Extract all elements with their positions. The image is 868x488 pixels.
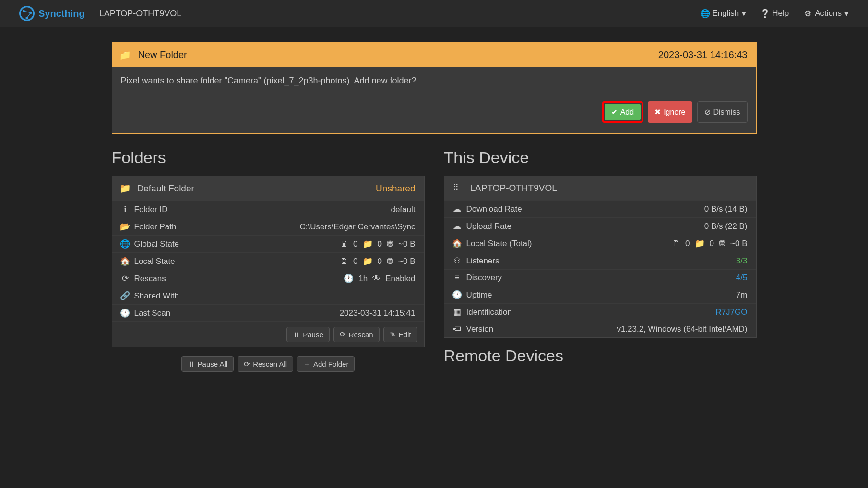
files: 0 (353, 239, 357, 249)
home-icon: 🏠 (453, 238, 462, 249)
brand[interactable]: Syncthing (19, 6, 85, 21)
help-icon: ❔ (761, 9, 769, 19)
actions-menu[interactable]: ⚙ Actions ▾ (803, 9, 849, 19)
device-icon (453, 184, 463, 192)
row-discovery: ≡Discovery 4/5 (444, 269, 756, 286)
row-version: 🏷Version v1.23.2, Windows (64-bit Intel/… (444, 321, 756, 337)
notification-message: Pixel wants to share folder "Camera" (pi… (112, 67, 756, 95)
row-listeners: ⚇Listeners 3/3 (444, 252, 756, 269)
label: Local State (134, 257, 175, 266)
interval: 1h (358, 274, 368, 284)
folder-global-buttons: ⏸Pause All ⟳Rescan All ＋Add Folder (112, 356, 425, 372)
edit-button[interactable]: ✎Edit (383, 327, 417, 342)
label: Folder Path (134, 222, 177, 232)
refresh-icon: ⟳ (244, 360, 250, 369)
label: Download Rate (466, 204, 522, 214)
refresh-icon: ⟳ (121, 274, 130, 284)
gear-icon: ⚙ (803, 9, 812, 19)
label: Pause All (198, 360, 228, 368)
device-name: LAPTOP-OTHT9VOL (470, 183, 557, 193)
folder-status: Unshared (376, 183, 415, 194)
row-rescans: ⟳Rescans 🕐1h 👁Enabled (112, 270, 424, 287)
value: 0 B/s (14 B) (704, 204, 748, 214)
folder-icon: 📁 (363, 239, 373, 249)
dismiss-label: Dismiss (713, 108, 740, 117)
clock-icon: 🕐 (453, 290, 462, 300)
row-last-scan: 🕐Last Scan 2023-03-31 14:15:41 (112, 304, 424, 321)
label: Pause (303, 331, 323, 339)
row-local-state-total: 🏠Local State (Total) 🗎0 📁0 ⛃~0 B (444, 235, 756, 252)
files: 0 (685, 239, 690, 249)
share-icon: 🔗 (121, 291, 130, 301)
add-label: Add (620, 108, 634, 117)
rescan-all-button[interactable]: ⟳Rescan All (238, 356, 293, 372)
label: Identification (466, 308, 512, 317)
tag-icon: 🏷 (453, 324, 462, 334)
folder-open-icon: 📂 (121, 222, 130, 232)
caret-down-icon: ▾ (742, 9, 746, 19)
label: Discovery (466, 273, 502, 283)
refresh-icon: ⟳ (340, 330, 346, 339)
share-folder-notification: 📁 New Folder 2023-03-31 14:16:43 Pixel w… (112, 42, 757, 134)
info-icon: ℹ (121, 204, 130, 214)
dismiss-button[interactable]: ⊘ Dismiss (697, 101, 748, 123)
value: 7m (736, 290, 748, 300)
home-icon: 🏠 (121, 256, 130, 266)
pause-all-button[interactable]: ⏸Pause All (181, 356, 234, 372)
ignore-button[interactable]: ✖ Ignore (648, 101, 692, 123)
navbar-right: 🌐 English ▾ ❔ Help ⚙ Actions ▾ (701, 9, 849, 19)
language-menu[interactable]: 🌐 English ▾ (701, 9, 747, 19)
label: Last Scan (134, 309, 171, 318)
cloud-download-icon: ☁ (453, 204, 462, 214)
actions-label: Actions (815, 9, 842, 18)
value[interactable]: R7J7GO (715, 308, 747, 317)
this-device-title: This Device (444, 148, 757, 167)
check-icon: ✔ (611, 107, 618, 117)
help-label: Help (772, 9, 789, 18)
add-button[interactable]: ✔ Add (605, 104, 641, 120)
help-link[interactable]: ❔ Help (761, 9, 789, 19)
plus-icon: ＋ (303, 359, 310, 369)
globe-icon: 🌐 (121, 239, 130, 249)
row-global-state: 🌐Global State 🗎0 📁0 ⛃~0 B (112, 235, 424, 252)
file-icon: 🗎 (340, 239, 348, 249)
ignore-label: Ignore (664, 108, 685, 117)
value: v1.23.2, Windows (64-bit Intel/AMD) (617, 324, 747, 334)
pause-icon: ⏸ (188, 360, 195, 368)
navbar-device-name: LAPTOP-OTHT9VOL (99, 9, 182, 19)
device-panel: LAPTOP-OTHT9VOL ☁Download Rate 0 B/s (14… (444, 176, 757, 338)
row-uptime: 🕐Uptime 7m (444, 286, 756, 303)
caret-down-icon: ▾ (844, 9, 849, 19)
value[interactable]: 4/5 (736, 273, 748, 283)
folder-icon: 📁 (695, 238, 705, 249)
size: ~0 B (398, 239, 415, 249)
value: 3/3 (736, 256, 748, 266)
label: Local State (Total) (466, 239, 532, 249)
row-folder-path: 📂Folder Path C:\Users\Edgar Cervantes\Sy… (112, 218, 424, 235)
brand-text: Syncthing (38, 8, 85, 19)
eye-icon: 👁 (372, 274, 380, 284)
pause-button[interactable]: ⏸Pause (286, 327, 330, 342)
rescan-button[interactable]: ⟳Rescan (333, 327, 380, 342)
close-icon: ✖ (654, 107, 661, 117)
row-shared-with: 🔗Shared With (112, 287, 424, 304)
clock-icon: 🕐 (344, 274, 354, 284)
label: Listeners (466, 256, 499, 266)
pause-icon: ⏸ (293, 331, 300, 339)
folder-panel: 📁 Default Folder Unshared ℹFolder ID def… (112, 176, 425, 347)
add-folder-button[interactable]: ＋Add Folder (297, 356, 355, 372)
label: Uptime (466, 290, 492, 300)
notification-timestamp: 2023-03-31 14:16:43 (658, 49, 748, 60)
qrcode-icon: ▦ (453, 307, 462, 317)
clock-icon: 🕐 (121, 308, 130, 318)
label: Edit (399, 331, 411, 339)
row-identification: ▦Identification R7J7GO (444, 303, 756, 321)
file-icon: 🗎 (672, 239, 680, 249)
folder-name: Default Folder (137, 183, 194, 194)
notification-footer: ✔ Add ✖ Ignore ⊘ Dismiss (112, 95, 756, 133)
folder-panel-header[interactable]: 📁 Default Folder Unshared (112, 176, 424, 201)
device-panel-header[interactable]: LAPTOP-OTHT9VOL (444, 176, 756, 200)
folder-icon: 📁 (121, 183, 130, 194)
disk-icon: ⛃ (387, 239, 393, 249)
row-download-rate: ☁Download Rate 0 B/s (14 B) (444, 200, 756, 217)
